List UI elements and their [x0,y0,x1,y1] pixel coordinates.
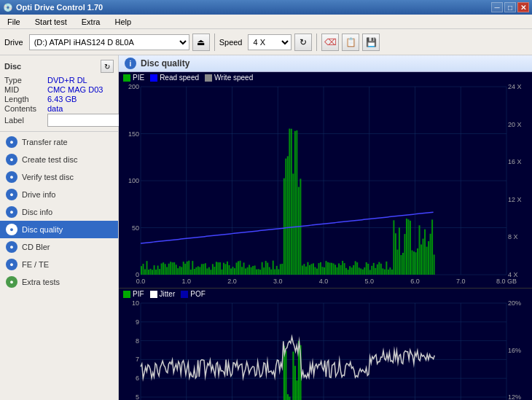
type-label: Type [4,76,44,85]
disc-info-icon: ● [6,206,17,218]
chart1-canvas [119,83,532,288]
pie-legend-label: PIE [133,74,144,82]
read-speed-legend-label: Read speed [160,74,199,82]
transfer-rate-icon: ● [6,136,17,148]
minimize-button[interactable]: ─ [491,2,503,12]
transfer-rate-label: Transfer rate [22,138,68,146]
pof-legend-item: POF [181,290,206,298]
charts-wrapper: PIE Read speed Write speed [119,72,532,400]
save-button[interactable]: 💾 [362,34,380,51]
drive-label: Drive [4,38,23,47]
write-speed-color [205,74,212,82]
sidebar-item-create-test-disc[interactable]: ● Create test disc [0,151,118,168]
disc-refresh-button[interactable]: ↻ [101,60,114,73]
app-icon: 💿 [3,3,13,12]
speed-label: Speed [219,38,243,47]
label-label: Label [4,116,44,125]
pie-color [123,74,130,82]
read-speed-legend-item: Read speed [150,74,199,82]
write-speed-legend-label: Write speed [214,74,253,82]
jitter-legend-label: Jitter [160,290,176,298]
right-panel: i Disc quality PIE Read speed [119,55,532,400]
contents-label: Contents [4,104,44,113]
read-speed-color [150,74,157,82]
app-title: Opti Drive Control 1.70 [16,3,103,12]
eject-button[interactable]: ⏏ [192,34,210,51]
sidebar-item-disc-info[interactable]: ● Disc info [0,203,118,221]
maximize-button[interactable]: □ [504,2,516,12]
content-area: Disc ↻ Type DVD+R DL MID CMC MAG D03 Len… [0,55,532,400]
disc-panel-title: Disc [4,62,21,71]
disc-info-panel: Disc ↻ Type DVD+R DL MID CMC MAG D03 Len… [0,55,118,132]
menu-start-test[interactable]: Start test [31,17,71,27]
extra-tests-label: Extra tests [22,278,60,286]
pof-color [181,291,188,298]
create-test-disc-icon: ● [6,154,17,165]
menu-extra[interactable]: Extra [77,17,105,27]
sidebar-item-transfer-rate[interactable]: ● Transfer rate [0,133,118,151]
toolbar-separator2 [316,34,317,51]
pof-legend-label: POF [190,290,206,298]
pif-legend-label: PIF [133,290,144,298]
jitter-legend-item: Jitter [150,290,176,298]
mid-value: CMC MAG D03 [47,85,103,94]
fe-te-icon: ● [6,259,17,270]
write-speed-legend-item: Write speed [205,74,253,82]
drive-select[interactable]: (D:) ATAPI iHAS124 D 8L0A [29,34,189,50]
cd-bler-label: CD Bler [22,243,50,251]
sidebar-item-cd-bler[interactable]: ● CD Bler [0,238,118,256]
sidebar: Disc ↻ Type DVD+R DL MID CMC MAG D03 Len… [0,55,119,400]
disc-quality-icon: ● [6,224,17,235]
chart2-canvas [119,299,532,400]
type-value: DVD+R DL [47,76,87,85]
mid-label: MID [4,85,44,94]
copy-button[interactable]: 📋 [342,34,359,51]
titlebar: 💿 Opti Drive Control 1.70 ─ □ ✕ [0,0,532,15]
pie-legend-item: PIE [123,74,144,82]
close-button[interactable]: ✕ [517,2,529,12]
menu-file[interactable]: File [3,17,25,27]
speed-select[interactable]: 4 X [248,34,292,50]
menu-help[interactable]: Help [110,17,136,27]
sidebar-item-disc-quality[interactable]: ● Disc quality [0,221,118,238]
length-label: Length [4,95,44,103]
pif-color [123,291,130,298]
create-test-disc-label: Create test disc [22,155,77,164]
sidebar-item-verify-test-disc[interactable]: ● Verify test disc [0,168,118,186]
verify-test-disc-label: Verify test disc [22,173,74,181]
chart2-legend: PIF Jitter POF [119,289,532,299]
erase-button[interactable]: ⌫ [321,34,339,51]
cd-bler-icon: ● [6,241,17,253]
disc-quality-title: Disc quality [141,58,189,68]
disc-quality-label: Disc quality [22,225,63,234]
disc-quality-header: i Disc quality [119,55,532,72]
disc-info-label: Disc info [22,208,52,216]
chart1-legend: PIE Read speed Write speed [119,72,532,83]
sidebar-nav: ● Transfer rate ● Create test disc ● Ver… [0,132,118,400]
refresh-button[interactable]: ↻ [294,34,312,51]
sidebar-item-extra-tests[interactable]: ● Extra tests [0,273,118,291]
toolbar-separator [214,34,215,51]
sidebar-item-drive-info[interactable]: ● Drive info [0,186,118,203]
drive-info-label: Drive info [22,190,55,199]
sidebar-item-fe-te[interactable]: ● FE / TE [0,256,118,273]
length-value: 6.43 GB [47,95,77,103]
toolbar: Drive (D:) ATAPI iHAS124 D 8L0A ⏏ Speed … [0,29,532,55]
verify-test-disc-icon: ● [6,171,17,183]
jitter-color [150,291,157,298]
pif-legend-item: PIF [123,290,144,298]
main-layout: Disc ↻ Type DVD+R DL MID CMC MAG D03 Len… [0,55,532,400]
disc-quality-header-icon: i [125,58,136,69]
extra-tests-icon: ● [6,276,17,288]
menubar: File Start test Extra Help [0,15,532,29]
fe-te-label: FE / TE [22,260,49,269]
drive-info-icon: ● [6,189,17,200]
contents-value: data [47,104,63,113]
